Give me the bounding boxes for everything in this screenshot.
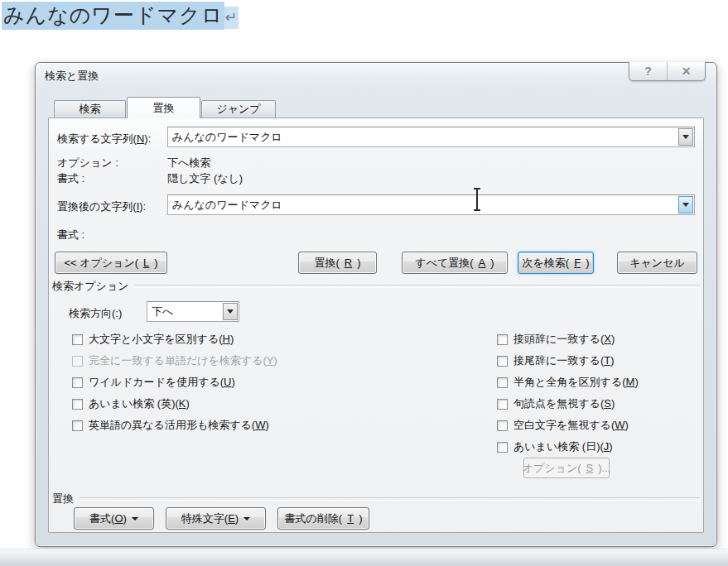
checkbox-ignore-whitespace[interactable]: 空白文字を無視する(W) [497,418,629,433]
help-button[interactable]: ? [629,62,667,80]
special-character-menu-button[interactable]: 特殊文字(E) [166,507,266,530]
find-what-label: 検索する文字列(N): [57,132,151,146]
checkbox-label: あいまい検索 (日)(J) [513,439,613,454]
background-window-bar [0,549,728,566]
chevron-down-icon [682,203,689,207]
tab-search[interactable]: 検索 [54,100,126,118]
checkbox-box [497,420,508,431]
search-options-group-header: 検索オプション [52,279,700,294]
checkbox-label: 空白文字を無視する(W) [513,418,629,433]
checkbox-ignore-punctuation[interactable]: 句読点を無視する(S) [497,396,615,411]
checkbox-label: 接頭辞に一致する(X) [513,332,615,347]
replace-group-header: 置換 [52,492,700,506]
dialog-title: 検索と置換 [45,69,99,84]
checkbox-label: 英単語の異なる活用形も検索する(W) [89,418,269,433]
tab-replace-label: 置換 [153,101,175,116]
checkbox-box [72,420,83,431]
replace-all-button[interactable]: すべて置換(A) [402,252,508,274]
tab-search-label: 検索 [80,102,101,117]
checkbox-box [72,377,83,388]
paragraph-mark-icon: ↵ [224,7,239,29]
search-direction-label: 検索方向(:) [69,306,122,321]
checkbox-box [72,334,83,345]
checkbox-box [497,377,508,388]
find-next-button[interactable]: 次を検索(F) [518,252,594,274]
checkbox-label: 接尾辞に一致する(T) [513,353,615,368]
checkbox-box [497,334,508,345]
chevron-down-icon [227,309,234,314]
checkbox-sounds-like-english[interactable]: あいまい検索 (英)(K) [72,396,190,411]
remove-formatting-button[interactable]: 書式の削除(T) [277,507,369,530]
chevron-down-icon [243,517,250,520]
checkbox-label: ワイルドカードを使用する(U) [89,375,235,390]
checkbox-box [497,356,508,367]
toggle-options-button[interactable]: << オプション(L) [55,252,167,274]
checkbox-match-suffix[interactable]: 接尾辞に一致する(T) [497,353,615,368]
checkbox-match-case[interactable]: 大文字と小文字を区別する(H) [72,332,234,347]
checkbox-label: 半角と全角を区別する(M) [513,375,639,390]
replace-group-title: 置換 [52,492,74,506]
checkbox-box [497,442,508,453]
checkbox-whole-words-only: 完全に一致する単語だけを検索する(Y) [72,353,277,368]
find-what-value: みんなのワードマクロ [168,130,677,145]
close-button[interactable]: ✕ [667,62,705,80]
chevron-down-icon [132,517,138,520]
search-options-group-title: 検索オプション [52,279,129,294]
close-icon: ✕ [682,65,692,78]
replace-format-label: 書式 : [57,228,84,242]
find-what-dropdown-button[interactable] [678,128,693,146]
chevron-down-icon [682,135,689,139]
document-text-line[interactable]: みんなのワードマクロ↵ [2,2,239,29]
search-direction-combobox[interactable]: 下へ [147,301,239,322]
selected-text: みんなのワードマクロ [2,2,224,30]
titlebar-buttons: ? ✕ [629,62,706,81]
replace-button[interactable]: 置換(R) [298,252,377,274]
tab-replace[interactable]: 置換 [127,97,200,118]
checkbox-label: 大文字と小文字を区別する(H) [89,332,234,347]
replace-with-dropdown-button[interactable] [678,196,693,213]
i-beam-cursor [471,187,483,212]
special-character-label: 特殊文字(E) [181,511,239,526]
options-summary-label: オプション : [57,156,118,170]
replace-with-label: 置換後の文字列(I): [57,199,146,214]
checkbox-match-prefix[interactable]: 接頭辞に一致する(X) [497,332,615,347]
format-menu-label: 書式(O) [89,511,127,526]
find-format-value: 隠し文字 (なし) [167,171,243,186]
checkbox-use-wildcards[interactable]: ワイルドカードを使用する(U) [72,375,235,390]
checkbox-sounds-like-japanese[interactable]: あいまい検索 (日)(J) [497,439,613,454]
checkbox-box [497,399,508,410]
options-summary-value: 下へ検索 [167,156,210,170]
dialog-client-area: 検索 置換 ジャンプ 検索する文字列(N): みんなのワードマクロ オプション … [41,86,711,540]
word-document-background: みんなのワードマクロ↵ 検索と置換 ? ✕ 検索 置換 ジャンプ [0,0,728,566]
checkbox-find-word-forms[interactable]: 英単語の異なる活用形も検索する(W) [72,418,269,433]
help-icon: ? [644,65,652,78]
checkbox-label: 完全に一致する単語だけを検索する(Y) [89,353,277,368]
tab-goto-label: ジャンプ [216,102,260,117]
replace-with-value: みんなのワードマクロ [168,198,677,213]
checkbox-box [72,356,83,367]
find-what-combobox[interactable]: みんなのワードマクロ [167,127,695,147]
tab-goto[interactable]: ジャンプ [201,100,276,118]
group-divider [135,285,700,288]
replace-tab-page: 検索する文字列(N): みんなのワードマクロ オプション : 下へ検索 書式 :… [48,118,704,533]
replace-with-combobox[interactable]: みんなのワードマクロ [167,194,695,215]
format-menu-button[interactable]: 書式(O) [74,507,154,530]
cancel-button[interactable]: キャンセル [617,252,697,274]
checkbox-match-halfwidth-fullwidth[interactable]: 半角と全角を区別する(M) [497,375,639,390]
search-direction-dropdown-button[interactable] [223,303,238,320]
checkbox-label: 句読点を無視する(S) [513,396,615,411]
fuzzy-options-button: オプション(S)... [523,458,610,478]
dialog-titlebar[interactable]: 検索と置換 ? ✕ [36,63,716,86]
checkbox-label: あいまい検索 (英)(K) [89,396,190,411]
checkbox-box [72,399,83,410]
search-direction-value: 下へ [147,305,222,319]
group-divider [80,497,700,501]
find-replace-dialog: 検索と置換 ? ✕ 検索 置換 ジャンプ [35,62,717,547]
find-format-label: 書式 : [57,171,84,186]
